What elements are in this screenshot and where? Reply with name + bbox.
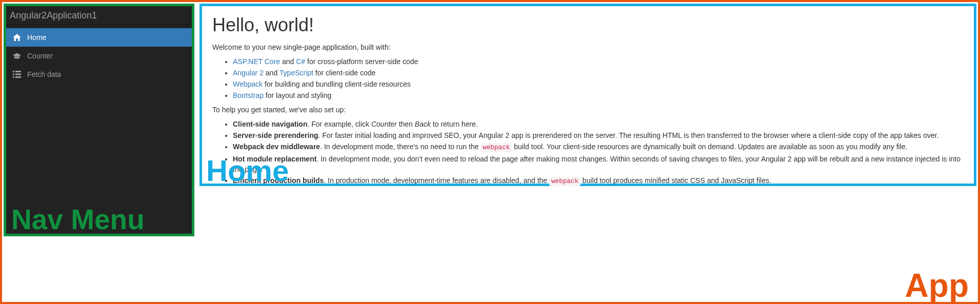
- svg-rect-3: [15, 74, 21, 75]
- list-item: Hot module replacement. In development m…: [233, 154, 964, 174]
- nav-item-label: Counter: [27, 52, 53, 60]
- link-webpack[interactable]: Webpack: [233, 80, 263, 88]
- nav-item-label: Home: [27, 33, 46, 42]
- link-angular[interactable]: Angular 2: [233, 69, 264, 77]
- intro-text: Welcome to your new single-page applicat…: [212, 43, 964, 51]
- annotation-home: Home: [206, 156, 289, 186]
- list-icon: [13, 71, 21, 78]
- code-webpack: webpack: [481, 143, 512, 152]
- annotation-nav-menu: Nav Menu: [11, 206, 145, 234]
- annotation-app: App: [905, 269, 969, 302]
- list-item: Server-side prerendering. For faster ini…: [233, 130, 964, 140]
- link-bootstrap[interactable]: Bootstrap: [233, 91, 264, 99]
- app-container: Angular2Application1 Home Counter: [0, 0, 980, 304]
- page-title: Hello, world!: [212, 14, 964, 36]
- link-typescript[interactable]: TypeScript: [279, 69, 313, 77]
- link-aspnet[interactable]: ASP.NET Core: [233, 57, 280, 66]
- link-csharp[interactable]: C#: [296, 57, 305, 66]
- code-webpack: webpack: [549, 177, 581, 186]
- features-list: Client-side navigation. For example, cli…: [212, 119, 964, 187]
- sidebar: Angular2Application1 Home Counter: [6, 6, 192, 234]
- list-item: Efficient production builds. In producti…: [233, 175, 964, 187]
- svg-rect-4: [13, 76, 14, 78]
- svg-rect-5: [15, 76, 21, 78]
- list-item: Webpack dev middleware. In development m…: [233, 141, 964, 153]
- list-item: Bootstrap for layout and styling: [233, 90, 964, 100]
- list-item: Angular 2 and TypeScript for client-side…: [233, 68, 964, 78]
- graduation-cap-icon: [13, 52, 21, 59]
- svg-rect-2: [13, 74, 14, 75]
- home-icon: [13, 34, 21, 41]
- main-content: Hello, world! Welcome to your new single…: [202, 6, 974, 187]
- list-item: Webpack for building and bundling client…: [233, 79, 964, 89]
- list-item: ASP.NET Core and C# for cross-platform s…: [233, 56, 964, 67]
- navbar-header: Angular2Application1: [6, 6, 192, 25]
- nav-item-label: Fetch data: [27, 70, 61, 78]
- nav-menu-container: Angular2Application1 Home Counter: [4, 4, 194, 236]
- nav-list: Home Counter Fetch data: [6, 28, 192, 84]
- svg-rect-0: [13, 71, 14, 72]
- nav-item-counter[interactable]: Counter: [6, 47, 192, 65]
- home-container: Hello, world! Welcome to your new single…: [199, 4, 976, 186]
- app-brand[interactable]: Angular2Application1: [10, 10, 97, 21]
- list-item: Client-side navigation. For example, cli…: [233, 119, 964, 129]
- nav-item-fetch-data[interactable]: Fetch data: [6, 65, 192, 84]
- svg-rect-1: [15, 71, 21, 72]
- tech-list: ASP.NET Core and C# for cross-platform s…: [212, 56, 964, 100]
- nav-item-home[interactable]: Home: [6, 28, 192, 47]
- setup-intro-text: To help you get started, we've also set …: [212, 106, 964, 114]
